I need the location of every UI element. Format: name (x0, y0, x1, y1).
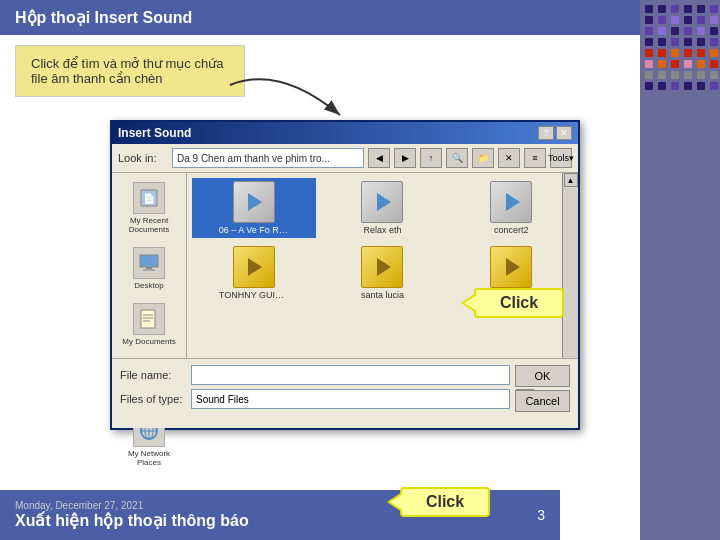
cancel-button[interactable]: Cancel (515, 390, 570, 412)
filetype-label: Files of type: (120, 393, 185, 405)
file-label-4: santa lucia (361, 290, 404, 300)
filename-row: File name: ▼ (120, 365, 570, 385)
toolbar-forward-button[interactable]: ▶ (394, 148, 416, 168)
file-label-0: 06 – A Ve Fo Rose (219, 225, 289, 235)
file-icon-0 (233, 181, 275, 223)
dialog-titlebar-buttons: ? ✕ (538, 126, 572, 140)
file-item-0[interactable]: 06 – A Ve Fo Rose (192, 178, 316, 238)
file-item-4[interactable]: santa lucia (321, 243, 445, 303)
dialog-title-text: Insert Sound (118, 126, 191, 140)
action-buttons: OK Cancel (515, 365, 570, 412)
scrollbar-vertical[interactable]: ▲ ▼ (562, 173, 578, 389)
nav-item-documents[interactable]: My Documents (114, 299, 184, 350)
recent-icon: 📄 (133, 182, 165, 214)
click-balloon-1: Click (474, 288, 564, 318)
file-icon-2 (490, 181, 532, 223)
status-date: Monday, December 27, 2021 (15, 500, 249, 511)
click-1-text: Click (500, 294, 538, 311)
file-label-3: TONHNY GUITAR (219, 290, 289, 300)
click-balloon-2-box: Click (400, 487, 490, 517)
filetype-value: Sound Files (191, 389, 510, 409)
dialog-sidebar: 📄 My RecentDocuments Desktop My Document… (112, 173, 187, 389)
status-left: Monday, December 27, 2021 Xuất hiện hộp … (15, 500, 249, 530)
click-balloon-2: Click (400, 487, 490, 517)
click-balloon-1-box: Click (474, 288, 564, 318)
balloon-1-arrow-inner (464, 295, 477, 311)
dialog-close-button[interactable]: ✕ (556, 126, 572, 140)
documents-icon (133, 303, 165, 335)
insert-sound-dialog: Insert Sound ? ✕ Look in: Da 9 Chen am t… (110, 120, 580, 430)
lookin-input[interactable]: Da 9 Chen am thanh ve phim tro... (172, 148, 364, 168)
file-item-1[interactable]: Relax eth (321, 178, 445, 238)
nav-item-desktop[interactable]: Desktop (114, 243, 184, 294)
svg-text:📄: 📄 (143, 192, 156, 205)
toolbar-search-button[interactable]: 🔍 (446, 148, 468, 168)
svg-rect-5 (143, 269, 155, 271)
dialog-body: 📄 My RecentDocuments Desktop My Document… (112, 173, 578, 389)
lookin-value: Da 9 Chen am thanh ve phim tro... (177, 153, 330, 164)
file-item-2[interactable]: concert2 (449, 178, 573, 238)
page-number: 3 (537, 507, 545, 523)
filename-input[interactable] (191, 365, 510, 385)
click-2-text: Click (426, 493, 464, 510)
toolbar-view-button[interactable]: ≡ (524, 148, 546, 168)
toolbar-folder-button[interactable]: 📁 (472, 148, 494, 168)
decorative-dots (640, 0, 720, 120)
filename-label: File name: (120, 369, 185, 381)
toolbar-tools-button[interactable]: Tools▾ (550, 148, 572, 168)
file-label-2: concert2 (494, 225, 529, 235)
dialog-toolbar: Look in: Da 9 Chen am thanh ve phim tro.… (112, 144, 578, 173)
toolbar-back-button[interactable]: ◀ (368, 148, 390, 168)
title-text: Hộp thoại Insert Sound (15, 9, 192, 26)
scroll-up-button[interactable]: ▲ (564, 173, 578, 187)
svg-rect-6 (141, 310, 155, 328)
callout-arrow (220, 55, 350, 135)
file-label-1: Relax eth (363, 225, 401, 235)
ok-button[interactable]: OK (515, 365, 570, 387)
balloon-2-arrow-inner (390, 494, 403, 510)
file-item-3[interactable]: TONHNY GUITAR (192, 243, 316, 303)
nav-item-recent[interactable]: 📄 My RecentDocuments (114, 178, 184, 238)
callout-text: Click để tìm và mở thư mục chứa file âm … (31, 56, 223, 86)
file-icon-4 (361, 246, 403, 288)
dialog-help-button[interactable]: ? (538, 126, 554, 140)
status-title: Xuất hiện hộp thoại thông báo (15, 511, 249, 530)
toolbar-delete-button[interactable]: ✕ (498, 148, 520, 168)
desktop-icon (133, 247, 165, 279)
dialog-bottom: File name: ▼ Files of type: Sound Files … (112, 358, 578, 428)
main-content: Hộp thoại Insert Sound Click để tìm và m… (0, 0, 640, 540)
toolbar-up-button[interactable]: ↑ (420, 148, 442, 168)
lookin-label: Look in: (118, 152, 168, 164)
file-icon-3 (233, 246, 275, 288)
slide-title: Hộp thoại Insert Sound (0, 0, 640, 35)
svg-rect-3 (140, 255, 158, 267)
file-icon-1 (361, 181, 403, 223)
filetype-row: Files of type: Sound Files ▼ (120, 389, 570, 409)
file-area-container: 06 – A Ve Fo Rose Relax eth concert2 TON… (187, 173, 578, 389)
file-icon-5 (490, 246, 532, 288)
callout-box: Click để tìm và mở thư mục chứa file âm … (15, 45, 245, 97)
